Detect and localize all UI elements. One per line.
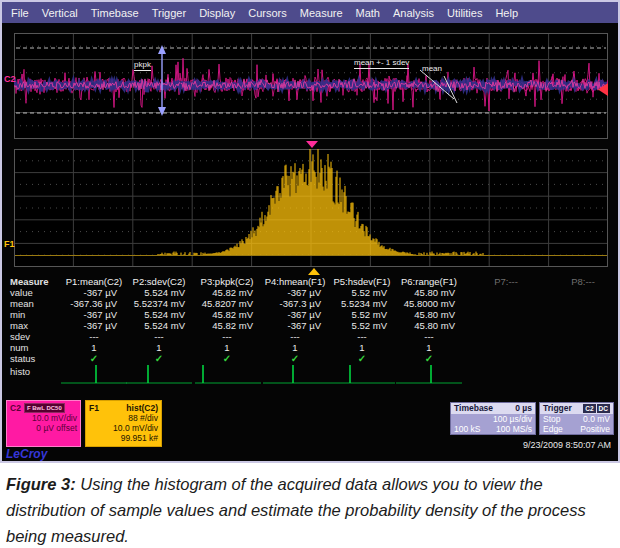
p5-header[interactable]: P5:hsdev(F1) — [329, 276, 395, 287]
trigger-time-marker-icon — [306, 141, 318, 148]
p8-header[interactable]: P8:--- — [549, 276, 617, 287]
p7-header[interactable]: P7:--- — [463, 276, 549, 287]
menu-trigger[interactable]: Trigger — [152, 7, 186, 19]
p6-value: 45.80 mV — [395, 287, 463, 298]
p3-min: 45.82 mV — [193, 309, 261, 320]
p8-max — [549, 320, 617, 331]
trigger-title: Trigger — [543, 403, 572, 414]
p3-sdev: --- — [193, 331, 261, 342]
p6-num: 1 — [395, 342, 463, 353]
f1-vscale: 88 #/div — [89, 413, 158, 423]
p6-max: 45.80 mV — [395, 320, 463, 331]
f1-trace-label: F1 — [4, 239, 15, 249]
p7-max — [463, 320, 549, 331]
row-label-min: min — [3, 309, 63, 320]
menu-cursors[interactable]: Cursors — [248, 7, 287, 19]
c2-waveform-plot — [14, 33, 608, 139]
p2-header[interactable]: P2:sdev(C2) — [125, 276, 193, 287]
f1-function: hist(C2) — [126, 403, 158, 413]
figure-caption-label: Figure 3: — [6, 475, 76, 493]
p4-num: 1 — [261, 342, 329, 353]
p6-header[interactable]: P6:range(F1) — [395, 276, 463, 287]
oscilloscope-window: File Vertical Timebase Trigger Display C… — [0, 0, 620, 463]
p6-mean: 45.8000 mV — [395, 298, 463, 309]
pkpk-annotation: pkpk — [134, 60, 151, 71]
p8-min — [549, 309, 617, 320]
p8-num — [549, 342, 617, 353]
menu-analysis[interactable]: Analysis — [393, 7, 434, 19]
trigger-slope: Positive — [580, 424, 610, 434]
p7-value — [463, 287, 549, 298]
datetime-status: 9/23/2009 8:50:07 AM — [523, 440, 611, 450]
p4-header[interactable]: P4:hmean(F1) — [261, 276, 329, 287]
menu-vertical[interactable]: Vertical — [42, 7, 78, 19]
trigger-coupling-badge: DC — [597, 404, 610, 413]
figure-caption: Figure 3: Using the histogram of the acq… — [6, 471, 612, 548]
menu-help[interactable]: Help — [495, 7, 518, 19]
p3-max: 45.82 mV — [193, 320, 261, 331]
mean-sdev-annotation: mean +- 1 sdev — [354, 58, 409, 69]
p3-num: 1 — [193, 342, 261, 353]
timebase-box[interactable]: Timebase 0 µs 100 µs/div 100 kS 100 MS/s — [450, 402, 536, 435]
menu-measure[interactable]: Measure — [300, 7, 343, 19]
menu-display[interactable]: Display — [199, 7, 235, 19]
timebase-title: Timebase — [454, 403, 493, 414]
f1-histogram-grid — [14, 149, 608, 267]
lecroy-logo: LeCroy — [6, 447, 47, 461]
p1-sdev: --- — [63, 331, 125, 342]
p6-min: 45.80 mV — [395, 309, 463, 320]
c2-trace-label: C2 — [4, 74, 16, 84]
menu-file[interactable]: File — [11, 7, 29, 19]
p4-min: -367 µV — [261, 309, 329, 320]
f1-descriptor-box[interactable]: F1 hist(C2) 88 #/div 10.0 mV/div 99.951 … — [85, 400, 162, 447]
p3-value: 45.82 mV — [193, 287, 261, 298]
trigger-source-badge: C2 — [583, 404, 595, 413]
row-label-max: max — [3, 320, 63, 331]
menu-utilities[interactable]: Utilities — [447, 7, 482, 19]
p5-mean: 5.5234 mV — [329, 298, 395, 309]
p2-mean: 5.52374 mV — [125, 298, 193, 309]
p5-value: 5.52 mV — [329, 287, 395, 298]
row-label-value: value — [3, 287, 63, 298]
timebase-samples: 100 kS — [454, 424, 480, 434]
p1-max: -367 µV — [63, 320, 125, 331]
timebase-scale: 100 µs/div — [493, 414, 532, 424]
p1-num: 1 — [63, 342, 125, 353]
p3-mean: 45.8207 mV — [193, 298, 261, 309]
c2-vscale: 10.0 mV/div — [10, 413, 77, 423]
p8-sdev — [549, 331, 617, 342]
f1-histogram-plot — [14, 149, 608, 267]
row-label-mean: mean — [3, 298, 63, 309]
c2-offset: 0 µV offset — [10, 423, 77, 433]
trigger-mode: Stop — [543, 414, 561, 424]
p5-num: 1 — [329, 342, 395, 353]
p2-num: 1 — [125, 342, 193, 353]
p4-sdev: --- — [261, 331, 329, 342]
measure-title: Measure — [3, 276, 63, 287]
row-label-sdev: sdev — [3, 331, 63, 342]
c2-descriptor-box[interactable]: C2 F BwL DC50 10.0 mV/div 0 µV offset — [6, 400, 81, 447]
p4-mean: -367.3 µV — [261, 298, 329, 309]
timebase-delay: 0 µs — [515, 403, 532, 414]
menu-math[interactable]: Math — [356, 7, 380, 19]
p8-value — [549, 287, 617, 298]
p4-max: -367 µV — [261, 320, 329, 331]
mean-annotation: mean — [422, 64, 442, 73]
p1-header[interactable]: P1:mean(C2) — [63, 276, 125, 287]
trigger-level: 0.0 mV — [583, 414, 610, 424]
menu-timebase[interactable]: Timebase — [91, 7, 139, 19]
figure-caption-line1: Using the histogram of the acquired data… — [80, 475, 428, 493]
p1-value: -367 µV — [63, 287, 125, 298]
p5-sdev: --- — [329, 331, 395, 342]
histogram-center-marker-icon — [308, 268, 320, 275]
trigger-box[interactable]: Trigger C2 DC Stop 0.0 mV Edge Positive — [539, 402, 614, 435]
measure-table: Measure P1:mean(C2) P2:sdev(C2) P3:pkpk(… — [3, 276, 617, 364]
f1-population: 99.951 k# — [89, 433, 158, 443]
p8-mean — [549, 298, 617, 309]
p5-min: 5.52 mV — [329, 309, 395, 320]
trigger-type: Edge — [543, 424, 563, 434]
p2-sdev: --- — [125, 331, 193, 342]
p6-sdev: --- — [395, 331, 463, 342]
p3-header[interactable]: P3:pkpk(C2) — [193, 276, 261, 287]
p5-max: 5.52 mV — [329, 320, 395, 331]
